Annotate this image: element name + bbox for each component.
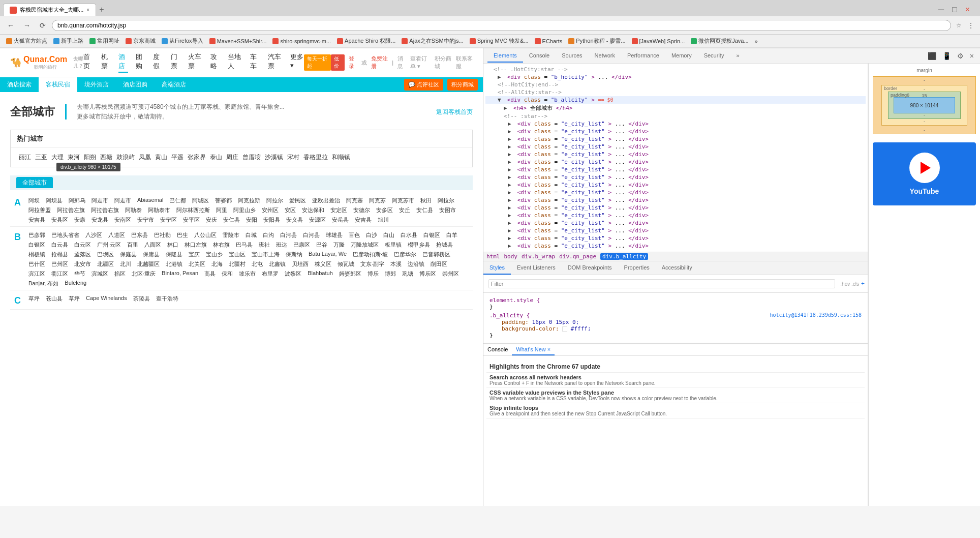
tree-item[interactable]: <!-- :star-->: [485, 112, 866, 120]
subtab-accessibility[interactable]: Accessibility: [656, 261, 698, 275]
list-item[interactable]: 阿走市: [88, 196, 111, 205]
add-style-btn[interactable]: +: [861, 280, 865, 287]
list-item[interactable]: 巴地头省省: [48, 231, 82, 240]
list-item[interactable]: 白沟: [260, 231, 277, 240]
list-item[interactable]: 八沙区: [82, 231, 105, 240]
list-item[interactable]: 安吉县: [352, 216, 375, 224]
list-item[interactable]: 八公山区: [191, 231, 220, 240]
list-item[interactable]: 北港镇: [163, 260, 186, 268]
list-item[interactable]: 安多区: [373, 206, 396, 215]
list-item[interactable]: 八面区: [141, 241, 164, 249]
list-item[interactable]: 安县区: [48, 216, 71, 224]
login-link[interactable]: 登录: [349, 55, 357, 70]
tree-item[interactable]: ▶ <div class = "e_city_list" > ... </div…: [485, 173, 866, 181]
nav-auto[interactable]: 汽车票: [268, 52, 283, 73]
list-item[interactable]: 百里: [124, 241, 141, 249]
list-item[interactable]: 掐区: [111, 270, 129, 278]
tree-item[interactable]: ▶ <div class = "e_city_list" > ... </div…: [485, 166, 866, 173]
devtools-tab-console[interactable]: Console: [523, 49, 556, 63]
list-item[interactable]: 白羊: [443, 231, 461, 240]
list-item[interactable]: 八道区: [105, 231, 128, 240]
list-item[interactable]: 班达: [273, 241, 290, 249]
list-item[interactable]: 阿拉善盟: [25, 206, 54, 215]
nav-home[interactable]: 首页: [83, 52, 93, 73]
list-item[interactable]: 白河县: [277, 231, 300, 240]
list-item[interactable]: 波黎区: [282, 270, 304, 278]
list-item[interactable]: 华节: [71, 270, 88, 278]
tree-item[interactable]: ▶ <div class = "e_city_list" > ... </div…: [485, 219, 866, 227]
hot-city-shangri[interactable]: 香格里拉: [301, 152, 330, 163]
list-item[interactable]: 安康: [71, 216, 88, 224]
list-item[interactable]: 阿克苏: [366, 196, 389, 205]
list-item[interactable]: 阿里山乡: [230, 206, 259, 215]
list-item[interactable]: 安平区: [180, 216, 203, 224]
subtab-dom-breakpoints[interactable]: DOM Breakpoints: [562, 261, 618, 275]
list-item[interactable]: 贝坦西: [289, 260, 312, 268]
list-item[interactable]: 巴彦动扣斯·坡: [350, 250, 391, 259]
list-item[interactable]: 巴音郭楞区: [419, 250, 453, 259]
nav-vacation[interactable]: 度假: [153, 52, 163, 73]
register-link[interactable]: 免费注册: [371, 55, 388, 70]
list-item[interactable]: 阿拉善右旗: [88, 206, 122, 215]
nav-local[interactable]: 当地人: [228, 52, 242, 73]
list-item[interactable]: 文东·副字: [357, 260, 387, 268]
back-button[interactable]: ←: [4, 20, 17, 31]
list-item[interactable]: 削田区: [427, 260, 450, 268]
list-item[interactable]: 安义县: [283, 216, 306, 224]
list-item[interactable]: 秋田: [417, 196, 435, 205]
list-item[interactable]: 巴东县: [128, 231, 151, 240]
list-item[interactable]: 保和: [219, 270, 236, 278]
list-item[interactable]: 白河县: [300, 231, 323, 240]
list-item[interactable]: Buleleng: [62, 279, 89, 288]
tree-item[interactable]: ▶ <div class = "e_city_list" > ... </div…: [485, 181, 866, 189]
tree-item[interactable]: ▶ <div class = "e_city_list" > ... </div…: [485, 234, 866, 242]
list-item[interactable]: 阿尔林西拉斯: [173, 206, 213, 215]
list-item[interactable]: 白云区: [71, 241, 94, 249]
list-item[interactable]: 孟落区: [71, 250, 94, 259]
list-item[interactable]: 白城: [242, 231, 260, 240]
list-item[interactable]: 阿勒泰: [122, 206, 145, 215]
list-item[interactable]: 林口左旗: [181, 241, 210, 249]
points-link[interactable]: 积分商城: [435, 55, 451, 70]
subnav-overseas[interactable]: 境外酒店: [77, 77, 116, 92]
list-item[interactable]: 北鑫镇: [266, 260, 289, 268]
breadcrumb-bwrap[interactable]: div.b_wrap: [522, 253, 555, 260]
devtools-tab-network[interactable]: Network: [589, 49, 621, 63]
tree-item[interactable]: <!-- .HotCity:star -->: [485, 66, 866, 73]
list-item[interactable]: 白山: [380, 231, 397, 240]
list-item[interactable]: 北区·重庆: [129, 270, 159, 278]
tree-item[interactable]: ▶ <div class = "e_city_list" > ... </div…: [485, 204, 866, 212]
tree-item[interactable]: <!--HotCity:end-->: [485, 81, 866, 88]
breadcrumb-ballcity[interactable]: div.b_allcity: [600, 253, 648, 260]
list-item[interactable]: 安阳: [243, 216, 260, 224]
close-devtools-icon[interactable]: ×: [968, 51, 976, 61]
list-item[interactable]: 安庆: [203, 216, 220, 224]
list-item[interactable]: 林口: [164, 241, 181, 249]
settings-button[interactable]: ⋮: [966, 21, 976, 30]
list-item[interactable]: 北安市: [71, 260, 94, 268]
tree-item-b-allcity[interactable]: ▼ <div class = "b_allcity" > == $0: [485, 96, 866, 104]
list-item[interactable]: 北关区: [186, 260, 208, 268]
bookmark-python[interactable]: Python教程 - 廖雪...: [566, 37, 627, 45]
subnav-group[interactable]: 酒店团购: [116, 77, 155, 92]
list-item[interactable]: 巴康区: [290, 241, 313, 249]
list-item[interactable]: 巩塘: [399, 270, 416, 278]
list-item[interactable]: 巴彦郭: [25, 231, 48, 240]
list-item[interactable]: 巴州区: [48, 260, 71, 268]
tree-item[interactable]: ▶ <div class = "e_city_list" > ... </div…: [485, 227, 866, 234]
list-item[interactable]: Banjar, 布如: [25, 279, 62, 288]
list-item[interactable]: 安龙县: [88, 216, 111, 224]
list-item[interactable]: 安德尔: [350, 206, 373, 215]
active-tab[interactable]: 客栈民宿城市大全_去哪... ×: [3, 4, 96, 16]
nav-guide[interactable]: 攻略: [210, 52, 220, 73]
list-item[interactable]: 白水县: [397, 231, 420, 240]
styles-filter-input[interactable]: [491, 281, 833, 287]
list-item[interactable]: 北疆区: [94, 260, 117, 268]
list-item[interactable]: 查干浩特: [153, 294, 181, 307]
list-item[interactable]: 巴社勒: [151, 231, 174, 240]
subtab-styles[interactable]: Styles: [483, 261, 511, 275]
list-item[interactable]: 安宁市: [134, 216, 157, 224]
list-item[interactable]: 北海: [208, 260, 226, 268]
close-button[interactable]: ×: [962, 4, 973, 15]
devtools-tab-performance[interactable]: Performance: [621, 49, 665, 63]
